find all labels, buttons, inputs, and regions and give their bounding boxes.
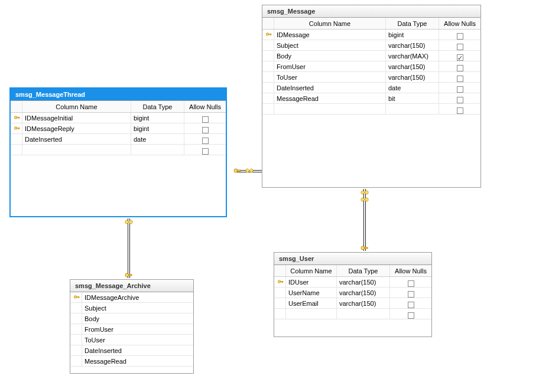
- column-name-cell: DateInserted: [274, 83, 386, 93]
- allow-nulls-cell: [439, 40, 480, 50]
- allow-nulls-checkbox[interactable]: [457, 65, 463, 71]
- table-row[interactable]: IDMessageArchive: [70, 292, 193, 303]
- allow-nulls-cell: [184, 145, 226, 155]
- data-type-cell: bigint: [131, 113, 184, 123]
- allow-nulls-checkbox[interactable]: [457, 33, 463, 40]
- table-row[interactable]: Bodyvarchar(MAX): [262, 51, 480, 61]
- key-cell: [262, 93, 274, 103]
- table-row[interactable]: UserEmailvarchar(150): [274, 298, 431, 309]
- table-row[interactable]: IDUservarchar(150): [274, 277, 431, 288]
- table-title: smsg_Message_Archive: [70, 280, 193, 292]
- table-row[interactable]: IDMessageInitialbigint: [11, 113, 226, 123]
- table-rows: IDUservarchar(150)UserNamevarchar(150)Us…: [274, 277, 431, 319]
- key-cell: [274, 277, 286, 287]
- header-data-type: Data Type: [386, 18, 439, 29]
- allow-nulls-checkbox[interactable]: [457, 97, 463, 103]
- key-cell: [11, 113, 22, 123]
- table-row[interactable]: UserNamevarchar(150): [274, 288, 431, 298]
- table-row[interactable]: FromUservarchar(150): [262, 61, 480, 72]
- allow-nulls-cell: [184, 123, 226, 133]
- column-name-cell: [274, 104, 386, 114]
- data-type-cell: varchar(150): [337, 277, 390, 287]
- table-row[interactable]: IDMessageReplybigint: [11, 123, 226, 134]
- column-headers: Column Name Data Type Allow Nulls: [262, 18, 480, 30]
- column-name-cell: ToUser: [274, 72, 386, 82]
- column-name-cell: UserEmail: [286, 298, 337, 308]
- table-row[interactable]: IDMessagebigint: [262, 30, 480, 40]
- allow-nulls-checkbox[interactable]: [202, 127, 209, 133]
- data-type-cell: [131, 145, 184, 155]
- key-cell: [262, 30, 274, 40]
- column-name-cell: IDMessageInitial: [22, 113, 131, 123]
- data-type-cell: varchar(MAX): [386, 51, 439, 61]
- column-name-cell: Subject: [82, 303, 193, 313]
- allow-nulls-checkbox[interactable]: [457, 44, 463, 50]
- allow-nulls-checkbox[interactable]: [457, 76, 463, 82]
- relationship-infinity-icon: [360, 196, 368, 204]
- data-type-cell: varchar(150): [386, 40, 439, 50]
- table-row[interactable]: DateInserted: [70, 345, 193, 356]
- data-type-cell: bigint: [131, 123, 184, 133]
- allow-nulls-checkbox[interactable]: [408, 291, 414, 298]
- column-name-cell: Body: [82, 313, 193, 324]
- key-cell: [11, 134, 22, 144]
- allow-nulls-checkbox[interactable]: [457, 54, 463, 61]
- column-name-cell: UserName: [286, 288, 337, 298]
- svg-rect-20: [128, 275, 132, 276]
- svg-rect-2: [270, 34, 271, 35]
- table-smsg-user[interactable]: smsg_User Column Name Data Type Allow Nu…: [274, 252, 432, 337]
- table-row[interactable]: [274, 309, 431, 319]
- key-cell: [274, 288, 286, 298]
- data-type-cell: [337, 309, 390, 319]
- allow-nulls-cell: [439, 93, 480, 103]
- header-allow-nulls: Allow Nulls: [439, 18, 480, 29]
- relationship-key-icon: [125, 271, 133, 279]
- allow-nulls-checkbox[interactable]: [408, 280, 414, 287]
- table-row[interactable]: ToUservarchar(150): [262, 72, 480, 83]
- allow-nulls-checkbox[interactable]: [457, 107, 463, 114]
- table-row[interactable]: MessageRead: [70, 356, 193, 367]
- allow-nulls-cell: [184, 113, 226, 123]
- table-row[interactable]: Subjectvarchar(150): [262, 40, 480, 51]
- allow-nulls-checkbox[interactable]: [408, 312, 414, 319]
- key-cell: [70, 313, 82, 324]
- data-type-cell: bigint: [386, 30, 439, 40]
- table-row[interactable]: ToUser: [70, 335, 193, 345]
- table-smsg-message-archive[interactable]: smsg_Message_Archive IDMessageArchiveSub…: [70, 279, 194, 374]
- column-name-cell: [286, 309, 337, 319]
- svg-rect-11: [282, 282, 283, 283]
- svg-rect-18: [364, 247, 368, 249]
- table-smsg-message[interactable]: smsg_Message Column Name Data Type Allow…: [262, 5, 481, 188]
- table-row[interactable]: DateInserteddate: [262, 83, 480, 93]
- table-row[interactable]: [262, 104, 480, 115]
- key-cell: [70, 303, 82, 313]
- table-row[interactable]: DateInserteddate: [11, 134, 226, 145]
- allow-nulls-checkbox[interactable]: [202, 148, 209, 155]
- allow-nulls-checkbox[interactable]: [408, 302, 414, 308]
- allow-nulls-cell: [439, 61, 480, 71]
- svg-rect-8: [18, 128, 19, 129]
- allow-nulls-checkbox[interactable]: [202, 116, 209, 123]
- table-row[interactable]: FromUser: [70, 324, 193, 335]
- data-type-cell: date: [386, 83, 439, 93]
- header-allow-nulls: Allow Nulls: [390, 265, 431, 276]
- header-data-type: Data Type: [337, 265, 390, 276]
- allow-nulls-checkbox[interactable]: [457, 86, 463, 93]
- relationship-line: [128, 218, 130, 278]
- table-row[interactable]: MessageReadbit: [262, 93, 480, 104]
- table-smsg-messagethread[interactable]: smsg_MessageThread Column Name Data Type…: [9, 87, 227, 217]
- key-cell: [70, 324, 82, 334]
- table-row[interactable]: Body: [70, 313, 193, 324]
- column-name-cell: IDMessageReply: [22, 123, 131, 133]
- allow-nulls-checkbox[interactable]: [202, 138, 209, 144]
- relationship-key-icon: [361, 244, 369, 252]
- column-name-cell: MessageRead: [274, 93, 386, 103]
- allow-nulls-cell: [439, 83, 480, 93]
- allow-nulls-cell: [439, 30, 480, 40]
- table-rows: IDMessageInitialbigintIDMessageReplybigi…: [11, 113, 226, 155]
- header-column-name: Column Name: [22, 101, 131, 112]
- table-row[interactable]: Subject: [70, 303, 193, 313]
- column-name-cell: FromUser: [274, 61, 386, 71]
- table-row[interactable]: [11, 145, 226, 155]
- primary-key-icon: [14, 115, 20, 120]
